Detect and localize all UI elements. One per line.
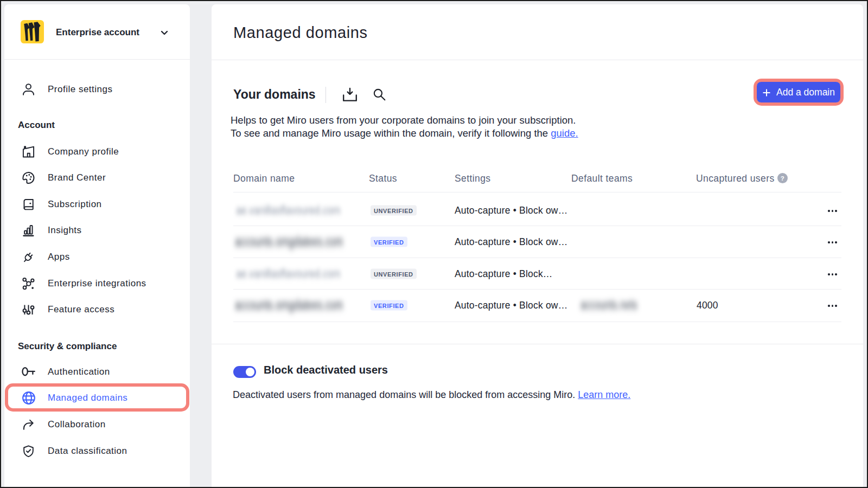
- svg-text:?: ?: [781, 175, 784, 182]
